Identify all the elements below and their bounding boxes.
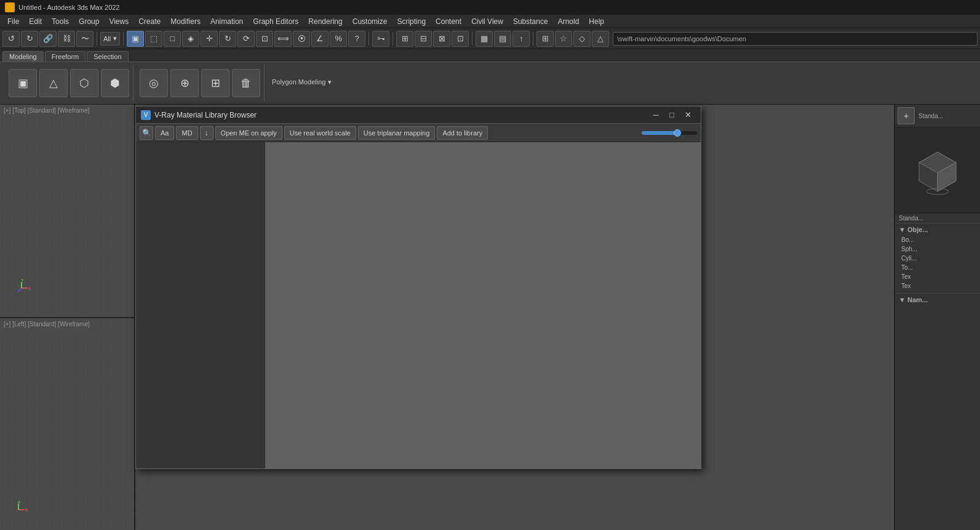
menu-modifiers[interactable]: Modifiers xyxy=(165,16,205,27)
tool-d[interactable]: ⊡ xyxy=(452,31,469,47)
menu-edit[interactable]: Edit xyxy=(24,16,47,27)
tool-j[interactable]: ◇ xyxy=(573,31,591,47)
dialog-minimize-button[interactable]: ─ xyxy=(648,109,664,121)
undo-button[interactable]: ↺ xyxy=(2,31,20,47)
snap-button[interactable]: ⦿ xyxy=(293,31,310,47)
dialog-maximize-button[interactable]: □ xyxy=(664,109,680,121)
tool-b[interactable]: ⊟ xyxy=(415,31,432,47)
angle-snap-button[interactable]: ∠ xyxy=(311,31,329,47)
menu-create[interactable]: Create xyxy=(133,16,165,27)
menu-rendering[interactable]: Rendering xyxy=(303,16,347,27)
bind-button[interactable]: 〜 xyxy=(76,31,94,47)
slider-thumb[interactable] xyxy=(674,129,681,137)
menu-views[interactable]: Views xyxy=(104,16,133,27)
tool-f[interactable]: ▤ xyxy=(494,31,511,47)
fence-select-button[interactable]: ◈ xyxy=(182,31,199,47)
svg-text:X: X xyxy=(25,508,28,512)
menu-arnold[interactable]: Arnold xyxy=(553,16,584,27)
mirror-button[interactable]: ⟺ xyxy=(274,31,292,47)
tab-selection[interactable]: Selection xyxy=(87,51,128,62)
tool-e[interactable]: ▦ xyxy=(476,31,493,47)
polygon-modeling-label: Polygon Modeling ▾ xyxy=(272,78,332,86)
dialog-search-icon[interactable]: 🔍 xyxy=(140,126,153,140)
ribbon-btn-8[interactable]: 🗑 xyxy=(232,69,260,97)
menu-civil-view[interactable]: Civil View xyxy=(466,16,508,27)
object-item-torus[interactable]: To... xyxy=(899,263,976,272)
svg-line-2 xyxy=(17,288,22,292)
link-button[interactable]: 🔗 xyxy=(39,31,57,47)
vray-material-library-dialog[interactable]: V V-Ray Material Library Browser ─ □ ✕ 🔍… xyxy=(135,106,701,469)
sep2 xyxy=(123,32,124,46)
dialog-left-panel[interactable] xyxy=(136,142,265,468)
ribbon-tabs: Modeling Freeform Selection xyxy=(0,49,980,62)
rect-select-button[interactable]: □ xyxy=(164,31,181,47)
dialog-real-world-button[interactable]: Use real world scale xyxy=(284,126,356,140)
object-item-tex2[interactable]: Tex xyxy=(899,281,976,291)
menu-substance[interactable]: Substance xyxy=(508,16,553,27)
reset-button[interactable]: ⟳ xyxy=(237,31,255,47)
region-select-button[interactable]: ⬚ xyxy=(145,31,162,47)
menu-customize[interactable]: Customize xyxy=(348,16,392,27)
sep5 xyxy=(472,32,472,46)
object-section-header[interactable]: ▼ Obje... xyxy=(899,226,976,233)
spinner-snap-button[interactable]: ? xyxy=(348,31,365,47)
unlink-button[interactable]: ⛓ xyxy=(58,31,75,47)
tab-modeling[interactable]: Modeling xyxy=(2,51,44,62)
dialog-arrow-down-icon[interactable]: ↓ xyxy=(200,126,213,140)
select-button[interactable]: ▣ xyxy=(127,31,144,47)
object-item-box[interactable]: Bo... xyxy=(899,235,976,244)
percent-snap-button[interactable]: % xyxy=(330,31,347,47)
tab-freeform[interactable]: Freeform xyxy=(45,51,86,62)
ribbon-btn-4[interactable]: ⬢ xyxy=(101,69,129,97)
viewport-top-left[interactable]: [+] [Top] [Standard] [Wireframe] X Y xyxy=(0,105,134,318)
ribbon-btn-7[interactable]: ⊞ xyxy=(201,69,229,97)
filter-dropdown[interactable]: All ▾ xyxy=(100,32,120,46)
svg-text:Y: Y xyxy=(21,279,24,282)
menu-file[interactable]: File xyxy=(2,16,24,27)
scale-button[interactable]: ⊡ xyxy=(256,31,273,47)
menu-tools[interactable]: Tools xyxy=(47,16,74,27)
tool-k[interactable]: △ xyxy=(592,31,609,47)
tool-g[interactable]: ↑ xyxy=(512,31,530,47)
tool-a[interactable]: ⊞ xyxy=(396,31,413,47)
rotate-button[interactable]: ↻ xyxy=(219,31,236,47)
right-add-button[interactable]: + xyxy=(898,107,915,124)
viewport-right-small[interactable] xyxy=(895,127,980,214)
dialog-add-library-button[interactable]: Add to library xyxy=(437,126,488,140)
dialog-md-button[interactable]: MD xyxy=(176,126,197,140)
redo-button[interactable]: ↻ xyxy=(21,31,38,47)
move-button[interactable]: ✛ xyxy=(201,31,218,47)
ribbon-btn-1[interactable]: ▣ xyxy=(9,69,37,97)
dialog-main-panel[interactable] xyxy=(265,142,701,468)
ribbon-btn-5[interactable]: ◎ xyxy=(140,69,168,97)
menu-content[interactable]: Content xyxy=(431,16,466,27)
ribbon-btn-3[interactable]: ⬡ xyxy=(70,69,98,97)
right-viewport-info: Standa... xyxy=(895,214,980,223)
menu-scripting[interactable]: Scripting xyxy=(392,16,431,27)
menu-animation[interactable]: Animation xyxy=(205,16,248,27)
app-title: Untitled - Autodesk 3ds Max 2022 xyxy=(18,4,119,11)
ribbon-btn-6[interactable]: ⊕ xyxy=(170,69,199,97)
key-button[interactable]: 🗝 xyxy=(372,31,389,47)
size-slider[interactable] xyxy=(642,131,697,135)
tool-h[interactable]: ⊞ xyxy=(536,31,554,47)
menu-help[interactable]: Help xyxy=(584,16,609,27)
dialog-aa-button[interactable]: Aa xyxy=(155,126,174,140)
dialog-content xyxy=(136,142,701,468)
tool-i[interactable]: ☆ xyxy=(555,31,572,47)
menu-graph-editors[interactable]: Graph Editors xyxy=(248,16,303,27)
menu-group[interactable]: Group xyxy=(74,16,104,27)
dialog-triplanar-button[interactable]: Use triplanar mapping xyxy=(358,126,436,140)
object-item-sphere[interactable]: Sph... xyxy=(899,244,976,254)
sep3 xyxy=(368,32,369,46)
tool-c[interactable]: ⊠ xyxy=(433,31,450,47)
dialog-open-me-button[interactable]: Open ME on apply xyxy=(215,126,282,140)
dialog-close-button[interactable]: ✕ xyxy=(680,109,696,121)
sep4 xyxy=(392,32,393,46)
ribbon-btn-2[interactable]: △ xyxy=(39,69,68,97)
object-item-cylinder[interactable]: Cyli... xyxy=(899,254,976,263)
viewport-bottom-left[interactable]: [+] [Left] [Standard] [Wireframe] X Z xyxy=(0,318,134,531)
name-section-header[interactable]: ▼ Nam... xyxy=(899,296,976,303)
dialog-titlebar[interactable]: V V-Ray Material Library Browser ─ □ ✕ xyxy=(136,106,701,124)
object-item-tex1[interactable]: Tex xyxy=(899,272,976,281)
